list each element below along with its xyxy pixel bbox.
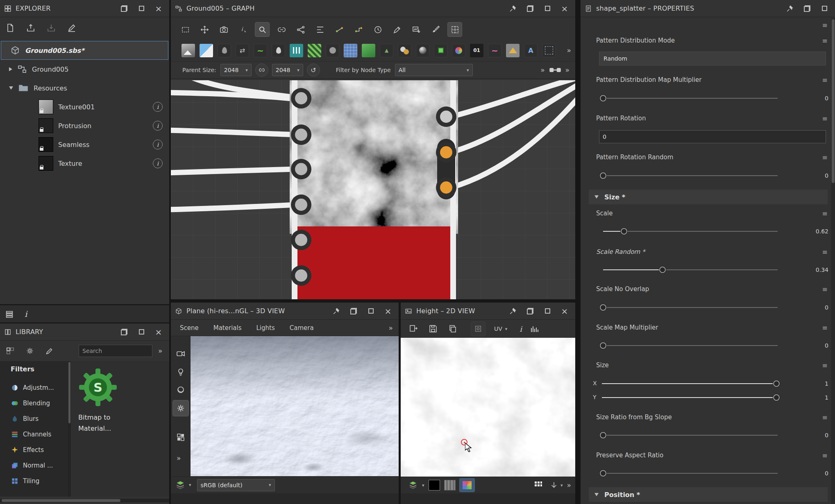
library-filter-item[interactable]: Adjustm... <box>0 380 68 396</box>
pattern-rotation-input[interactable] <box>599 130 826 143</box>
export-image-icon[interactable] <box>406 322 420 336</box>
scale-slider[interactable] <box>603 226 778 236</box>
pattern-distribution-mode-select[interactable]: Random <box>599 52 826 66</box>
menu-lights[interactable]: Lights <box>256 324 275 332</box>
info-icon[interactable]: i <box>153 121 163 131</box>
docked-panel-icon[interactable] <box>5 310 14 319</box>
param-menu-icon[interactable]: ≡ <box>820 414 829 421</box>
render-settings-gear-icon[interactable] <box>173 400 188 416</box>
param-menu-icon[interactable]: ≡ <box>820 248 829 256</box>
node-red-preview[interactable] <box>297 226 450 299</box>
library-filters-scrollbar[interactable] <box>68 361 71 497</box>
node-pair-icon[interactable] <box>549 66 561 74</box>
edit-package-icon[interactable] <box>65 21 79 35</box>
slider-handle[interactable] <box>600 470 606 477</box>
close-icon[interactable]: × <box>560 4 570 14</box>
pin-icon[interactable] <box>331 306 341 316</box>
filters-header[interactable]: Filters <box>11 365 34 373</box>
scale-random-slider[interactable] <box>603 265 778 275</box>
chevron-down-icon[interactable] <box>9 86 13 90</box>
library-settings-gear-icon[interactable] <box>23 344 37 358</box>
node-slope-blur-button[interactable] <box>506 44 520 57</box>
info-icon[interactable]: i <box>153 140 163 149</box>
slider-handle[interactable] <box>600 172 606 179</box>
pin-icon[interactable] <box>785 4 795 14</box>
import-icon[interactable] <box>24 21 38 35</box>
node-gradient-map-button[interactable] <box>308 44 321 57</box>
menu-scene[interactable]: Scene <box>180 324 199 332</box>
elbow-links-icon[interactable] <box>352 23 365 36</box>
docked-info-tab[interactable]: i <box>25 309 27 319</box>
node-sharpen-button[interactable] <box>272 44 285 57</box>
grid-toggle-icon[interactable] <box>531 478 545 492</box>
node-hsl-button[interactable] <box>326 44 339 57</box>
reset-size-icon[interactable]: ↺ <box>307 64 320 76</box>
view2d-viewport[interactable] <box>401 338 575 477</box>
node-grayscale-conversion-button[interactable]: 01 <box>470 44 483 57</box>
resource-row[interactable]: Texture001 i <box>0 97 169 116</box>
node-grayscale-preview[interactable] <box>297 80 450 226</box>
material-ball-icon[interactable] <box>174 383 188 397</box>
information-icon[interactable]: i <box>520 325 522 333</box>
view3d-tools-more-icon[interactable]: » <box>177 454 181 462</box>
restore-icon[interactable] <box>119 4 129 14</box>
transform-overlay-icon[interactable] <box>471 322 485 336</box>
background-black-swatch[interactable] <box>429 480 440 490</box>
node-frame-button[interactable] <box>542 44 556 57</box>
library-filter-item[interactable]: Effects <box>0 442 68 458</box>
properties-scrollbar[interactable] <box>831 18 835 504</box>
node-transformation-button[interactable]: ⇄ <box>236 44 249 57</box>
colorspace-select[interactable]: sRGB (default) ▾ <box>197 479 275 491</box>
library-result-item[interactable]: S Bitmap to Material... <box>78 368 118 434</box>
node-output-connectors[interactable] <box>436 106 456 198</box>
background-gray-swatch[interactable] <box>444 480 456 490</box>
anchor-mode-select[interactable]: ▾ <box>549 481 563 490</box>
link-icon[interactable] <box>275 23 288 36</box>
pin-icon[interactable] <box>508 306 518 316</box>
restore-icon[interactable] <box>525 4 535 14</box>
node-text-button[interactable]: A <box>524 44 538 57</box>
close-icon[interactable]: × <box>154 4 163 14</box>
maximize-icon[interactable] <box>366 306 376 316</box>
maximize-icon[interactable] <box>542 306 552 316</box>
library-filter-item[interactable]: Normal ... <box>0 458 68 473</box>
edit-filter-icon[interactable] <box>43 344 57 358</box>
section-position[interactable]: Position * <box>589 487 828 502</box>
node-pixel-processor-button[interactable] <box>434 44 447 57</box>
align-icon[interactable] <box>313 23 327 36</box>
explorer-file-row[interactable]: Ground005.sbs* <box>1 41 168 60</box>
slider-handle[interactable] <box>659 267 666 273</box>
export-icon[interactable] <box>44 21 58 35</box>
scale-map-multiplier-slider[interactable] <box>603 341 778 350</box>
resource-row[interactable]: Texture i <box>0 154 169 173</box>
close-icon[interactable]: × <box>154 327 163 337</box>
restore-icon[interactable] <box>802 4 812 14</box>
filter-node-type-select[interactable]: All ▾ <box>395 64 473 76</box>
explorer-graph-row[interactable]: Ground005 <box>0 60 169 79</box>
pattern-distribution-map-multiplier-slider[interactable] <box>603 93 778 103</box>
param-menu-icon[interactable]: ≡ <box>820 285 829 293</box>
param-menu-icon[interactable]: ≡ <box>820 362 829 369</box>
chevron-down-icon[interactable]: ▾ <box>189 482 191 488</box>
restore-icon[interactable] <box>119 327 129 337</box>
parent-size-height-select[interactable]: 2048 ▾ <box>272 64 303 76</box>
pattern-rotation-random-slider[interactable] <box>603 171 778 181</box>
new-package-icon[interactable] <box>3 21 17 35</box>
category-view-icon[interactable] <box>3 344 17 358</box>
maximize-icon[interactable] <box>542 4 552 14</box>
explorer-resources-row[interactable]: Resources <box>0 79 169 97</box>
library-filter-item[interactable]: Blurs <box>0 411 68 427</box>
slider-handle[interactable] <box>773 394 780 401</box>
info-icon[interactable]: i <box>153 158 163 168</box>
restore-icon[interactable] <box>349 306 359 316</box>
channel-stack-icon[interactable] <box>408 480 418 490</box>
param-menu-icon[interactable]: ≡ <box>820 452 829 459</box>
param-menu-icon[interactable]: ≡ <box>820 21 829 29</box>
param-menu-icon[interactable]: ≡ <box>820 154 829 161</box>
node-blur-button[interactable] <box>218 44 231 57</box>
screenshot-icon[interactable] <box>217 23 231 36</box>
library-filter-item[interactable]: Channels <box>0 427 68 442</box>
param-menu-icon[interactable]: ≡ <box>820 76 829 84</box>
close-icon[interactable]: × <box>560 306 570 316</box>
node-curve-button[interactable]: ~ <box>254 44 267 57</box>
